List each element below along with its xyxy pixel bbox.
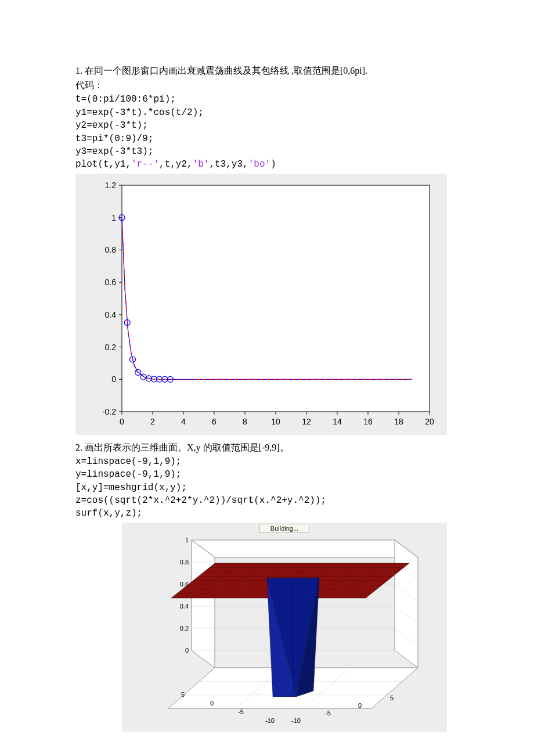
z-tick-label: 0 <box>185 647 189 654</box>
problem-1-plot-line: plot(t,y1,'r--',t,y2,'b',t3,y3,'bo') <box>75 158 459 171</box>
x-tick-label-3d: -10 <box>291 717 301 724</box>
problem-1-code-line: y3=exp(-3*t3); <box>75 145 459 158</box>
svg-marker-32 <box>192 540 215 668</box>
building-badge: Building... <box>259 524 309 533</box>
x-tick-label-3d: 0 <box>358 702 362 709</box>
x-tick-label: 4 <box>181 417 186 426</box>
problem-1-code-line: y1=exp(-3*t).*cos(t/2); <box>75 106 459 119</box>
problem-2-code-line: surf(x,y,z); <box>75 507 459 520</box>
chart-1-decay: 0 2 4 6 8 10 12 14 16 18 20 -0.2 0 0.2 0… <box>75 174 447 435</box>
x-tick-label: 18 <box>394 417 403 426</box>
x-tick-label: 16 <box>363 417 373 426</box>
problem-2-code-line: y=linspace(-9,1,9); <box>75 468 459 481</box>
problem-1-title: 1. 在同一个图形窗口内画出衰减震荡曲线及其包络线 ,取值范围是[0,6pi]. <box>75 64 459 77</box>
problem-2-code-line: x=linspace(-9,1,9); <box>75 455 459 468</box>
problem-1-code-label: 代码： <box>75 78 459 92</box>
problem-2-title: 2. 画出所表示的三维曲面。X,y 的取值范围是[-9,9]。 <box>75 441 459 454</box>
z-tick-label: 0.6 <box>180 581 189 588</box>
problem-2-code-line: [x,y]=meshgrid(x,y); <box>75 481 459 494</box>
problem-1-code-line: t=(0:pi/100:6*pi); <box>75 93 459 106</box>
problem-1-code-line: y2=exp(-3*t); <box>75 119 459 132</box>
svg-marker-31 <box>395 540 418 668</box>
x-tick-label: 20 <box>425 417 434 426</box>
y-tick-label: 0.4 <box>105 310 117 319</box>
z-tick-label: 0.8 <box>180 559 189 566</box>
y-tick-label-3d: -5 <box>238 708 244 715</box>
x-tick-label: 2 <box>150 417 155 426</box>
x-tick-label: 10 <box>271 417 280 426</box>
y-tick-label: 0 <box>111 375 116 384</box>
chart-2-surface: Building... <box>122 523 447 732</box>
y-tick-label: 0.2 <box>105 342 117 351</box>
problem-1-code-line: t3=pi*(0:9)/9; <box>75 132 459 145</box>
z-tick-label: 0.4 <box>180 603 189 610</box>
y-tick-label: -0.2 <box>102 407 116 416</box>
problem-2-code-line: z=cos((sqrt(2*x.^2+2*y.^2))/sqrt(x.^2+y.… <box>75 494 459 507</box>
x-tick-label: 8 <box>243 417 247 426</box>
x-tick-label-3d: -5 <box>325 710 331 717</box>
y-tick-label-3d: 5 <box>181 691 185 698</box>
y-tick-label: 0.6 <box>105 278 117 287</box>
x-tick-label: 0 <box>120 417 124 426</box>
x-tick-label-3d: 5 <box>390 694 394 701</box>
surface-dip-region <box>267 578 319 697</box>
y-tick-label-3d: -10 <box>265 717 275 724</box>
z-tick-label: 0.2 <box>180 625 189 632</box>
x-tick-label: 6 <box>212 417 217 426</box>
x-tick-label: 14 <box>333 417 342 426</box>
y-tick-label: 1 <box>111 213 116 222</box>
svg-marker-30 <box>192 540 418 557</box>
y-tick-label: 0.8 <box>105 245 117 254</box>
y-tick-label-3d: 0 <box>210 700 214 707</box>
y-tick-label: 1.2 <box>105 181 117 190</box>
x-tick-label: 12 <box>302 417 311 426</box>
z-tick-label: 1 <box>185 537 189 543</box>
